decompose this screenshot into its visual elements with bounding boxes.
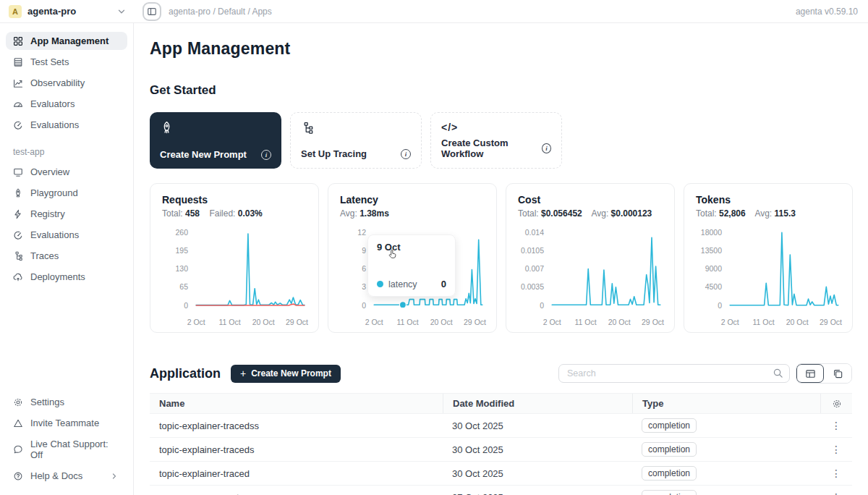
chart-tooltip: 9 Oct latency 0 <box>367 234 456 297</box>
table-settings-icon[interactable] <box>832 399 842 409</box>
svg-text:20 Oct: 20 Oct <box>252 318 275 326</box>
svg-text:2 Oct: 2 Oct <box>365 318 383 326</box>
app-name[interactable]: topic-explainer-traced <box>150 462 443 485</box>
table-header-row: Name Date Modified Type <box>150 393 852 414</box>
row-menu-icon[interactable]: ⋮ <box>831 492 841 495</box>
sidebar-item-test-sets[interactable]: Test Sets <box>6 53 127 71</box>
svg-text:0.0035: 0.0035 <box>521 282 544 291</box>
application-title: Application <box>150 366 221 381</box>
table-row[interactable]: topic-explainer-traced 30 Oct 2025 compl… <box>150 462 852 486</box>
app-name[interactable]: topic-explainer-tracedss <box>150 414 443 437</box>
sidebar-section-label: test-app <box>13 147 127 157</box>
chat-bubble-icon <box>13 444 23 454</box>
type-badge: completion <box>642 442 697 457</box>
sidebar-item-settings[interactable]: Settings <box>6 393 127 411</box>
svg-text:20 Oct: 20 Oct <box>430 318 453 326</box>
info-icon[interactable]: i <box>542 143 551 153</box>
branch-icon <box>301 122 411 135</box>
chart-title: Latency <box>340 194 485 206</box>
set-up-tracing-card[interactable]: Set Up Tracing i <box>290 112 422 169</box>
sidebar-item-app-management[interactable]: App Management <box>6 32 127 50</box>
chart-line-icon <box>13 78 23 88</box>
cost-chart-card: Cost Total: $0.056452 Avg: $0.000123 00.… <box>506 183 675 333</box>
chart-title: Cost <box>518 194 663 206</box>
svg-text:65: 65 <box>179 282 188 291</box>
table-row[interactable]: career-assessment 27 Oct 2025 completion… <box>150 486 852 495</box>
requests-chart-card: Requests Total: 458 Failed: 0.03% 065130… <box>150 183 319 333</box>
sidebar-item-traces[interactable]: Traces <box>6 247 127 265</box>
row-menu-icon[interactable]: ⋮ <box>831 420 841 431</box>
sidebar-item-overview[interactable]: Overview <box>6 163 127 181</box>
sidebar-item-label: Evaluations <box>30 229 79 240</box>
sidebar-item-label: Evaluations <box>30 119 79 130</box>
table-row[interactable]: topic-explainer-traceds 30 Oct 2025 comp… <box>150 438 852 462</box>
sidebar-item-evaluations[interactable]: Evaluations <box>6 116 127 134</box>
svg-text:2 Oct: 2 Oct <box>543 318 561 326</box>
requests-line-chart[interactable]: 0651301952602 Oct11 Oct20 Oct29 Oct <box>162 223 307 334</box>
table-row[interactable]: topic-explainer-tracedss 30 Oct 2025 com… <box>150 414 852 438</box>
chart-stats: Total: 52,806 Avg: 115.3 <box>696 208 841 219</box>
svg-text:3: 3 <box>362 282 366 291</box>
gauge-icon <box>13 99 23 109</box>
sidebar-item-deployments[interactable]: Deployments <box>6 268 127 286</box>
svg-text:29 Oct: 29 Oct <box>286 318 308 326</box>
search-input[interactable] <box>558 364 790 383</box>
row-menu-icon[interactable]: ⋮ <box>831 468 841 478</box>
chart-stat: Total: $0.056452 <box>518 208 590 219</box>
sidebar-item-app-evaluations[interactable]: Evaluations <box>6 226 127 244</box>
card-view-button[interactable] <box>824 364 851 383</box>
tokens-line-chart[interactable]: 04500900013500180002 Oct11 Oct20 Oct29 O… <box>696 223 841 334</box>
svg-text:0.007: 0.007 <box>525 264 544 273</box>
create-new-prompt-button[interactable]: + Create New Prompt <box>231 365 341 383</box>
create-custom-workflow-card[interactable]: </> Create Custom Workflow i <box>430 112 562 169</box>
svg-text:11 Oct: 11 Oct <box>753 318 775 326</box>
svg-text:9000: 9000 <box>705 264 723 273</box>
sidebar-item-label: Overview <box>30 166 69 177</box>
info-icon[interactable]: i <box>401 149 411 159</box>
app-name[interactable]: career-assessment <box>150 486 443 495</box>
sidebar-item-help-docs[interactable]: Help & Docs <box>6 467 127 485</box>
svg-text:11 Oct: 11 Oct <box>575 318 597 326</box>
chart-title: Requests <box>162 194 307 206</box>
sidebar-item-evaluators[interactable]: Evaluators <box>6 95 127 113</box>
app-name[interactable]: topic-explainer-traceds <box>150 438 443 461</box>
search-icon[interactable] <box>773 368 783 378</box>
sidebar-item-live-chat-support[interactable]: Live Chat Support: Off <box>6 435 127 464</box>
column-header-type[interactable]: Type <box>632 394 820 413</box>
sidebar-item-registry[interactable]: Registry <box>6 205 127 223</box>
topbar: A agenta-pro agenta-pro / Default / Apps… <box>0 0 868 23</box>
table-view-button[interactable] <box>796 364 824 383</box>
sidebar-item-invite-teammate[interactable]: Invite Teammate <box>6 414 127 432</box>
row-menu-icon[interactable]: ⋮ <box>831 444 841 454</box>
workspace-name: agenta-pro <box>27 6 116 17</box>
sidebar-item-observability[interactable]: Observability <box>6 74 127 92</box>
svg-text:18000: 18000 <box>701 228 722 237</box>
tooltip-series-name: latency <box>388 279 417 289</box>
cloud-upload-icon <box>13 272 23 282</box>
info-icon[interactable]: i <box>261 150 271 160</box>
create-new-prompt-card[interactable]: Create New Prompt i <box>150 112 281 169</box>
svg-text:9: 9 <box>362 246 366 255</box>
monitor-icon <box>13 167 23 177</box>
grid-icon <box>13 36 23 46</box>
legend-dot <box>377 281 383 287</box>
workspace-switcher[interactable]: A agenta-pro <box>0 5 134 18</box>
type-badge: completion <box>642 418 697 433</box>
get-started-title: Get Started <box>150 83 852 98</box>
latency-chart-card: Latency Avg: 1.38ms 0369122 Oct11 Oct20 … <box>328 183 497 333</box>
chart-stat: Avg: 115.3 <box>754 208 803 219</box>
sidebar: App Management Test Sets Observability E… <box>0 23 134 495</box>
column-header-date-modified[interactable]: Date Modified <box>443 394 632 413</box>
sidebar-item-playground[interactable]: Playground <box>6 184 127 202</box>
view-toggle <box>796 363 852 384</box>
page-title: App Management <box>150 39 852 59</box>
sidebar-toggle-button[interactable] <box>142 2 161 21</box>
sidebar-item-label: App Management <box>30 35 109 46</box>
breadcrumb[interactable]: agenta-pro / Default / Apps <box>169 7 272 17</box>
svg-text:13500: 13500 <box>701 246 722 255</box>
column-header-name[interactable]: Name <box>150 394 443 413</box>
cost-line-chart[interactable]: 00.00350.0070.01050.0142 Oct11 Oct20 Oct… <box>518 223 663 334</box>
svg-text:130: 130 <box>175 264 188 273</box>
get-started-cards: Create New Prompt i Set Up Tracing i </>… <box>150 112 852 169</box>
rocket-icon <box>160 121 271 135</box>
